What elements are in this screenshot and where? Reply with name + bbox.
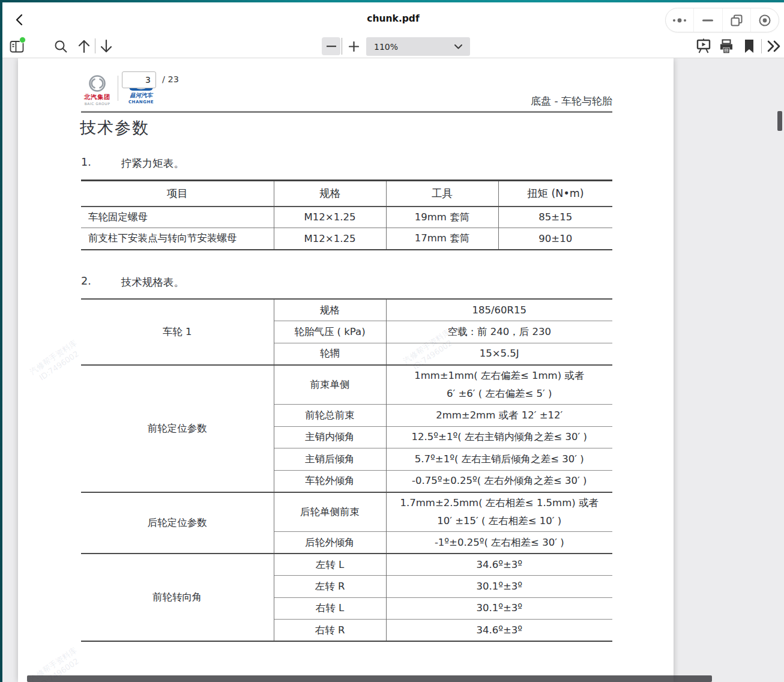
pdf-viewer-window: chunk.pdf: [0, 0, 784, 682]
notification-dot: [19, 37, 26, 43]
spec-name-cell: 规格: [274, 299, 386, 321]
column-header: 项目: [81, 181, 274, 207]
document-viewport[interactable]: 北汽集团 BAIC GROUP 昌河汽车 CHANGHE 底盘 - 车轮与轮胎 …: [2, 58, 784, 682]
column-header: 规格: [274, 181, 386, 207]
table-cell: 前支柱下安装点与转向节安装螺母: [81, 228, 274, 250]
baic-name-cn: 北汽集团: [80, 93, 115, 101]
spec-name-cell: 左转 R: [274, 576, 386, 598]
spec-value-cell: 空载：前 240，后 230: [386, 321, 612, 343]
spec-name-cell: 车轮外倾角: [274, 470, 386, 492]
spec-name-cell: 主销内倾角: [274, 426, 386, 448]
print-button[interactable]: [719, 38, 734, 54]
baic-logo: 北汽集团 BAIC GROUP: [80, 75, 115, 106]
pdf-toolbar: / 23 110%: [2, 34, 784, 58]
chevron-down-icon: [454, 44, 462, 49]
baic-name-en: BAIC GROUP: [80, 101, 115, 106]
plus-icon: [349, 41, 359, 52]
spec-value-cell: -0.75º±0.25º( 左右外倾角之差≤ 30′ ): [386, 470, 612, 492]
toolbar-divider: [761, 39, 762, 53]
more-tools-button[interactable]: [766, 38, 783, 54]
bookmark-icon: [744, 39, 755, 53]
watermark: 汽修帮手资料库ID:7496002: [28, 337, 84, 385]
table-cell: M12×1.25: [274, 228, 386, 250]
window-more-button[interactable]: [666, 8, 693, 32]
spec-value-cell: -1º±0.25º( 左右相差≤ 30′ ): [386, 532, 612, 554]
zoom-level-select[interactable]: 110%: [366, 37, 470, 56]
section-1-heading: 1. 拧紧力矩表。: [81, 156, 184, 170]
table-cell: 车轮固定螺母: [81, 207, 274, 228]
section-1-number: 1.: [81, 156, 91, 170]
horizontal-scrollbar-thumb[interactable]: [27, 675, 712, 682]
spec-name-cell: 主销后倾角: [274, 448, 386, 471]
three-dots-icon: [672, 17, 687, 23]
page-number-input[interactable]: [122, 71, 156, 88]
previous-page-button[interactable]: [76, 38, 92, 54]
search-icon: [54, 40, 68, 53]
spec-name-cell: 后轮单侧前束: [274, 492, 386, 532]
toolbar-divider: [95, 38, 95, 53]
spec-name-cell: 轮胎气压 ( kPa): [274, 321, 386, 343]
table-cell: 90±10: [498, 228, 612, 250]
section-2-number: 2.: [81, 275, 91, 289]
table-row: 车轮固定螺母M12×1.2519mm 套筒85±15: [81, 207, 612, 228]
zoom-divider: [342, 38, 342, 55]
spec-table: 车轮 1规格185/60R15轮胎气压 ( kPa)空载：前 240，后 230…: [81, 298, 612, 642]
spec-value-cell: 1mm±1mm( 左右偏差≤ 1mm) 或者6′ ±6′ ( 左右偏差≤ 5′ …: [386, 365, 612, 405]
next-page-button[interactable]: [98, 38, 114, 54]
section-1-title: 拧紧力矩表。: [121, 156, 184, 170]
window-minimize-button[interactable]: [693, 8, 722, 32]
spec-group-label: 后轮定位参数: [81, 492, 274, 554]
screen-play-icon: [696, 38, 711, 53]
spec-name-cell: 轮辋: [274, 343, 386, 365]
window-frame-top: [0, 0, 784, 2]
spec-group-label: 前轮转向角: [81, 554, 274, 641]
record-circle-icon: [758, 14, 771, 27]
spec-name-cell: 右转 R: [274, 620, 386, 642]
window-restore-button[interactable]: [722, 8, 750, 32]
minimize-icon: [702, 19, 713, 22]
spec-name-cell: 右转 L: [274, 597, 386, 620]
window-close-button[interactable]: [750, 8, 779, 32]
presentation-mode-button[interactable]: [696, 38, 711, 54]
title-bar: chunk.pdf: [2, 2, 784, 34]
column-header: 工具: [386, 181, 498, 207]
spec-value-cell: 34.6º±3º: [386, 554, 612, 576]
double-chevron-right-icon: [767, 40, 782, 52]
spec-name-cell: 前束单侧: [274, 365, 386, 405]
changhe-name-en: CHANGHE: [122, 100, 160, 104]
minus-icon: [327, 45, 336, 47]
table-cell: 85±15: [498, 207, 612, 228]
table-cell: M12×1.25: [274, 207, 386, 228]
overlap-squares-icon: [731, 14, 743, 26]
spec-group-label: 车轮 1: [81, 299, 274, 365]
arrow-down-icon: [100, 39, 113, 53]
spec-value-cell: 185/60R15: [386, 299, 612, 321]
changhe-name-cn: 昌河汽车: [122, 92, 160, 100]
spec-value-cell: 12.5º±1º( 左右主销内倾角之差≤ 30′ ): [386, 426, 612, 448]
table-row: 车轮 1规格185/60R15: [81, 299, 612, 321]
spec-name-cell: 后轮外倾角: [274, 532, 386, 554]
sidebar-toggle-button[interactable]: [8, 38, 25, 54]
page-count-label: / 23: [162, 74, 179, 84]
zoom-out-button[interactable]: [322, 37, 340, 55]
table-cell: 17mm 套筒: [386, 228, 498, 250]
zoom-in-button[interactable]: [345, 37, 363, 55]
spec-value-cell: 34.6º±3º: [386, 620, 612, 642]
table-row: 前轮定位参数前束单侧1mm±1mm( 左右偏差≤ 1mm) 或者6′ ±6′ (…: [81, 365, 612, 405]
column-header: 扭矩 (N•m): [498, 181, 612, 207]
bookmark-button[interactable]: [741, 38, 757, 54]
spec-value-cell: 5.7º±1º( 左右主销后倾角之差≤ 30′ ): [386, 448, 612, 471]
spec-value-cell: 30.1º±3º: [386, 597, 612, 620]
table-header-row: 项目规格工具扭矩 (N•m): [81, 181, 612, 207]
baic-emblem-icon: [88, 75, 106, 92]
spec-value-cell: 15×5.5J: [386, 343, 612, 365]
table-row: 后轮定位参数后轮单侧前束1.7mm±2.5mm( 左右相差≤ 1.5mm) 或者…: [81, 492, 612, 532]
vertical-scrollbar-thumb[interactable]: [777, 111, 782, 131]
search-button[interactable]: [53, 39, 68, 53]
logo-divider: [118, 76, 118, 101]
spec-name-cell: 前轮总前束: [274, 405, 386, 427]
table-row: 前支柱下安装点与转向节安装螺母M12×1.2517mm 套筒90±10: [81, 228, 612, 250]
spec-value-cell: 30.1º±3º: [386, 576, 612, 598]
spec-group-label: 前轮定位参数: [81, 365, 274, 492]
window-controls: [665, 8, 779, 32]
